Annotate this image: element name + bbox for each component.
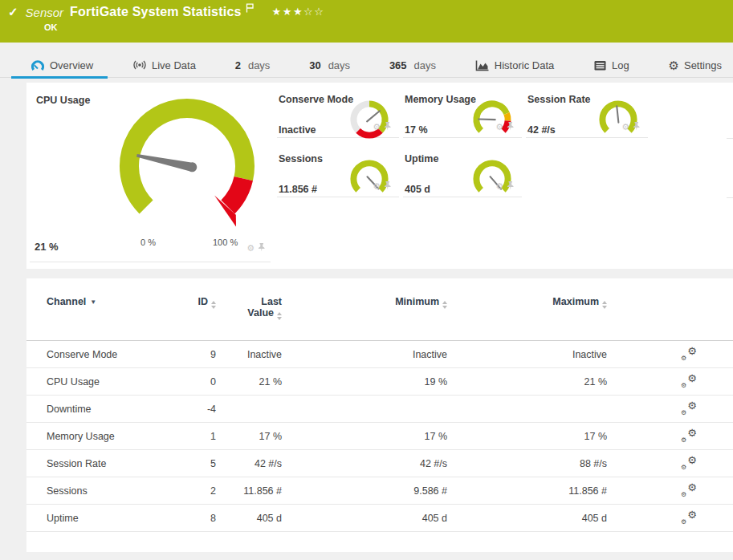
channel-name[interactable]: Session Rate	[26, 458, 187, 469]
pin-icon[interactable]	[384, 179, 392, 193]
page-title: FortiGate System Statistics	[70, 5, 241, 19]
pin-icon[interactable]	[258, 241, 266, 255]
sensor-status-header: ✓ Sensor FortiGate System Statistics ★★★…	[0, 0, 733, 43]
channel-settings-icon[interactable]: ⚙⚙	[681, 348, 697, 361]
channel-name[interactable]: Memory Usage	[26, 431, 187, 442]
channel-name[interactable]: Uptime	[26, 513, 187, 524]
tab-label-unit: days	[328, 59, 350, 71]
channel-settings-icon[interactable]: ⚙⚙	[681, 512, 697, 525]
tab-label: Live Data	[152, 59, 196, 71]
maximum-value: 88 #/s	[447, 458, 607, 469]
column-label: Maximum	[552, 296, 599, 307]
gauges-panel: CPU Usage 0 % 100 % 21 % ⚙ Conserve Mode	[26, 83, 733, 269]
gauge-icon	[31, 59, 45, 71]
gear-icon: ⚙	[669, 59, 679, 71]
channel-settings-icon[interactable]: ⚙⚙	[681, 485, 697, 497]
last-value: 42 #/s	[216, 458, 282, 469]
tab-settings[interactable]: ⚙ Settings	[662, 53, 728, 78]
gear-icon[interactable]: ⚙	[621, 123, 629, 132]
tab-2-days[interactable]: 2days	[229, 53, 277, 78]
log-icon	[593, 59, 607, 71]
channel-settings-icon[interactable]: ⚙⚙	[681, 457, 697, 470]
table-row-conserve-mode: Conserve Mode 9 Inactive Inactive Inacti…	[26, 341, 733, 368]
channel-name[interactable]: CPU Usage	[26, 376, 187, 388]
broadcast-icon	[132, 59, 147, 71]
gear-icon[interactable]: ⚙	[373, 123, 381, 132]
tab-log[interactable]: Log	[587, 53, 636, 78]
channel-settings-icon[interactable]: ⚙⚙	[681, 430, 697, 443]
sort-carets-icon	[602, 301, 607, 309]
maximum-value: 21 %	[447, 376, 607, 388]
last-value: Inactive	[216, 349, 282, 360]
tab-historic-data[interactable]: Historic Data	[469, 53, 560, 78]
gauge-value: 405 d	[405, 184, 430, 195]
gear-icon[interactable]: ⚙	[495, 123, 503, 132]
column-header-id[interactable]: ID	[187, 296, 216, 309]
gauge-cell-memory-usage: Memory Usage 17 % ⚙	[403, 94, 522, 138]
sort-carets-icon	[277, 312, 282, 320]
maximum-value: 11.856 #	[447, 485, 607, 497]
column-header-minimum[interactable]: Minimum	[282, 296, 447, 309]
pin-icon[interactable]	[384, 120, 392, 134]
column-header-last-value[interactable]: Last Value	[216, 296, 282, 320]
channel-settings-icon[interactable]: ⚙⚙	[681, 375, 697, 388]
tab-overview[interactable]: Overview	[24, 53, 100, 78]
gear-icon[interactable]: ⚙	[495, 182, 503, 191]
stars-filled-icon[interactable]: ★★★	[272, 6, 303, 18]
minimum-value: 42 #/s	[282, 458, 447, 469]
channel-name[interactable]: Conserve Mode	[26, 349, 187, 360]
tab-label-number: 365	[389, 59, 407, 71]
gauge-title: Sessions	[279, 153, 323, 164]
channel-id: -4	[187, 404, 216, 415]
tab-365-days[interactable]: 365days	[383, 53, 442, 78]
sort-desc-icon: ▼	[90, 298, 96, 306]
tab-30-days[interactable]: 30days	[303, 53, 356, 78]
pin-icon[interactable]	[507, 120, 515, 134]
gauge-cell-session-rate: Session Rate 42 #/s ⚙	[526, 94, 648, 138]
channel-id: 1	[187, 431, 216, 442]
divider	[727, 197, 733, 198]
column-header-channel[interactable]: Channel▼	[26, 296, 187, 307]
cpu-gauge	[107, 86, 267, 246]
channel-id: 8	[187, 513, 216, 524]
minimum-value: Inactive	[282, 349, 447, 360]
pin-icon[interactable]	[633, 120, 641, 134]
channel-settings-icon[interactable]: ⚙⚙	[681, 403, 697, 416]
gear-icon[interactable]: ⚙	[373, 182, 381, 191]
gauge-value: 42 #/s	[527, 124, 556, 136]
gauge-cell-cpu-usage: CPU Usage 0 % 100 % 21 % ⚙	[30, 92, 271, 262]
column-label: Channel	[47, 296, 86, 307]
table-row-session-rate: Session Rate 5 42 #/s 42 #/s 88 #/s ⚙⚙	[26, 450, 733, 477]
gauge-title: Memory Usage	[405, 94, 476, 105]
gauge-value: 21 %	[35, 241, 59, 253]
table-row-downtime: Downtime -4 ⚙⚙	[26, 396, 733, 423]
status-check-icon: ✓	[8, 5, 18, 19]
channel-name[interactable]: Downtime	[26, 404, 187, 415]
last-value: 21 %	[216, 376, 282, 388]
pin-icon[interactable]	[507, 179, 515, 193]
gauge-value: 17 %	[405, 124, 428, 136]
column-header-maximum[interactable]: Maximum	[447, 296, 607, 309]
last-value: 17 %	[216, 431, 282, 442]
maximum-value: 405 d	[447, 513, 607, 524]
tab-label-unit: days	[414, 59, 436, 71]
priority-rating[interactable]: ★★★☆☆	[272, 6, 325, 18]
tab-live-data[interactable]: Live Data	[126, 53, 202, 78]
maximum-value: Inactive	[447, 349, 607, 360]
divider	[727, 138, 733, 139]
column-label: Last	[216, 296, 282, 307]
channel-name[interactable]: Sessions	[26, 485, 187, 497]
channel-id: 9	[187, 349, 216, 360]
gauge-needle	[136, 151, 198, 173]
gear-icon[interactable]: ⚙	[246, 244, 255, 253]
gauge-needle	[478, 119, 495, 120]
channel-id: 2	[187, 485, 216, 497]
channel-table-header: Channel▼ ID Last Value Minimum Maximum	[26, 278, 733, 341]
channel-id: 5	[187, 458, 216, 469]
stars-empty-icon[interactable]: ☆☆	[303, 6, 324, 18]
gauge-title: CPU Usage	[36, 95, 90, 106]
status-badge: OK	[44, 22, 58, 32]
flag-icon[interactable]	[246, 2, 255, 16]
minimum-value: 405 d	[282, 513, 447, 524]
table-row-memory-usage: Memory Usage 1 17 % 17 % 17 % ⚙⚙	[26, 423, 733, 450]
